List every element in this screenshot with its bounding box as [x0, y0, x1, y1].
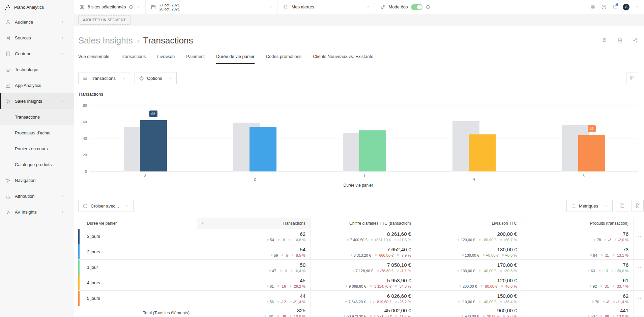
tab-dur-e-de-vie-panier[interactable]: Durée de vie panier: [216, 54, 254, 64]
metric-cell: 44 56 -12 -21,4 %: [197, 291, 310, 306]
bar-group-2: 2: [200, 105, 310, 171]
row-actions-button[interactable]: ⋯: [633, 275, 644, 290]
heading-row: Sales Insights › Transactions: [74, 26, 644, 46]
options-dropdown[interactable]: Options: [135, 72, 177, 84]
diff-value: +80,00 €: [482, 238, 496, 242]
sidebar-subitem-transactions[interactable]: Transactions: [0, 109, 74, 125]
metric-cell: 8 261,60 € 7 400,50 € +861,10 € +11,6 %: [310, 229, 416, 244]
notifications-button[interactable]: [612, 4, 617, 10]
info-icon[interactable]: [129, 5, 134, 9]
sidebar-subitem-label: Catalogue produits: [15, 162, 52, 167]
bar-current-period[interactable]: [140, 120, 167, 171]
row-actions-button[interactable]: ⋯: [633, 291, 644, 306]
user-menu-chevron-icon[interactable]: [635, 5, 639, 9]
pct-value: -2,6 %: [618, 238, 628, 242]
sidebar-item-av-insights[interactable]: AV Insights: [0, 204, 74, 220]
bullet-icon: [500, 270, 502, 272]
row-label: 4 jours: [78, 275, 197, 290]
column-header-label: Durée vie panier: [87, 221, 117, 226]
sidebar-item-sources[interactable]: Sources: [0, 30, 74, 46]
metric-cell: 45 002,00 € 50 973,30 € -5 971,30 € -11,…: [310, 306, 416, 317]
heading-actions: [602, 35, 638, 43]
bar-current-period[interactable]: [359, 130, 386, 172]
bar-group-4: 4: [419, 105, 529, 171]
value-badge: 62: [149, 110, 157, 117]
add-segment-button[interactable]: AJOUTER UN SEGMENT: [78, 15, 130, 25]
bookmark-button[interactable]: [602, 37, 607, 43]
copy-table-button[interactable]: [616, 200, 628, 212]
date-range-picker[interactable]: 27 oct. 2021 20 oct. 2021: [146, 0, 278, 14]
bar-current-period[interactable]: [469, 134, 496, 171]
export-report-button[interactable]: [617, 37, 623, 43]
bar-current-period[interactable]: [250, 127, 276, 171]
metric-comparison: 56 -12 -21,4 %: [267, 300, 305, 304]
copy-chart-button[interactable]: [626, 72, 638, 84]
site-selector[interactable]: 6 sites sélectionnés: [74, 0, 146, 14]
alerts-selector[interactable]: Mes alertes: [278, 0, 375, 14]
bullet-icon: [396, 315, 397, 317]
breadcrumb-section[interactable]: Sales Insights: [78, 35, 133, 46]
previous-value: 61: [270, 284, 274, 288]
metric-cell: 5 953,90 € 9 068,60 € -3 114,70 € -34,3 …: [310, 275, 416, 290]
sidebar-subitem-paniers-en-cours[interactable]: Paniers en cours: [0, 141, 74, 157]
cross-with-dropdown[interactable]: Croiser avec...: [78, 200, 134, 212]
metric-cell: 76 63 +13 +20,6 %: [522, 260, 633, 275]
bullet-icon: [397, 270, 399, 272]
column-header-0[interactable]: Durée vie panier: [78, 218, 197, 229]
share-button[interactable]: [633, 37, 638, 43]
sidebar-subitem-processus-d-achat[interactable]: Processus d'achat: [0, 125, 74, 141]
sidebar-item-sales-insights[interactable]: Sales Insights: [0, 93, 74, 109]
bullet-icon: [292, 254, 293, 256]
audience-icon: [5, 20, 11, 25]
diff-value: -8: [606, 300, 609, 304]
column-header-1[interactable]: Transactions: [197, 218, 310, 229]
metric-comparison: 130,00 € +40,00 € +30,8 %: [458, 269, 517, 273]
sidebar-item-audience[interactable]: Audience: [0, 14, 74, 30]
bullet-icon: [601, 315, 602, 317]
info-icon[interactable]: [426, 5, 430, 9]
export-table-button[interactable]: [632, 200, 644, 212]
chevron-right-icon: [60, 68, 65, 71]
eco-mode-toggle[interactable]: [411, 4, 422, 10]
metric-comparison: 47 +3 +6,4 %: [269, 269, 305, 273]
row-actions-button[interactable]: ⋯: [633, 244, 644, 259]
tab-transactions[interactable]: Transactions: [121, 54, 146, 64]
apps-grid-button[interactable]: [590, 4, 596, 10]
bullet-icon: [588, 270, 589, 272]
sidebar-item-attribution[interactable]: Attribution: [0, 188, 74, 204]
tab-paiement[interactable]: Paiement: [186, 54, 205, 64]
column-header-2[interactable]: Chiffre d'affaires TTC (transaction): [310, 218, 416, 229]
sidebar-item-contenu[interactable]: Contenu: [0, 46, 74, 62]
row-actions-button[interactable]: ⋯: [633, 229, 644, 244]
row-color-indicator: [78, 275, 80, 290]
user-avatar[interactable]: [623, 4, 630, 10]
chevron-right-icon: [60, 179, 65, 182]
tab-livraison[interactable]: Livraison: [157, 54, 175, 64]
sidebar-subitem-catalogue-produits[interactable]: Catalogue produits: [0, 157, 74, 172]
sidebar-item-label: Audience: [15, 20, 60, 25]
row-label: 1 jour: [78, 260, 197, 275]
metrics-dropdown[interactable]: Métriques: [566, 200, 613, 212]
previous-value: 56: [270, 300, 274, 304]
sidebar-item-label: Sources: [15, 35, 60, 40]
bar-current-period[interactable]: [578, 135, 605, 171]
tab-clients-nouveaux-vs-existants[interactable]: Clients Nouveaux vs. Existants: [313, 54, 373, 64]
help-button[interactable]: [601, 4, 607, 10]
sort-icon[interactable]: [201, 221, 206, 226]
bullet-icon: [397, 254, 399, 256]
sidebar-item-navigation[interactable]: Navigation: [0, 172, 74, 188]
sidebar-item-technologie[interactable]: Technologie: [0, 62, 74, 77]
chevron-down-icon: [122, 76, 126, 80]
column-header-4[interactable]: Produits (transaction): [522, 218, 633, 229]
row-actions-button[interactable]: ⋯: [633, 260, 644, 275]
tab-vue-d-ensemble[interactable]: Vue d'ensemble: [78, 54, 109, 64]
column-header-3[interactable]: Livraison TTC: [416, 218, 522, 229]
metric-cell: 960,00 € 980,00 € -20,00 € -2,0 %: [416, 306, 522, 317]
chevron-right-icon: [60, 36, 65, 40]
brand-logo[interactable]: Piano Analytics: [0, 0, 74, 14]
metric-selector-dropdown[interactable]: Transactions: [78, 72, 130, 84]
sidebar-item-app-analytics[interactable]: App Analytics: [0, 77, 74, 93]
previous-value: 63: [591, 269, 595, 273]
tab-codes-promotions[interactable]: Codes promotions: [266, 54, 302, 64]
plus-circle-icon: [83, 203, 88, 209]
